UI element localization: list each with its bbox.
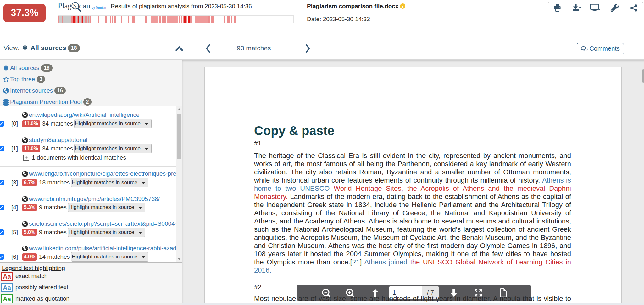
svg-text:can: can	[79, 1, 91, 10]
svg-text:by Turnitin: by Turnitin	[92, 5, 106, 10]
svg-text:Plag: Plag	[58, 1, 72, 10]
